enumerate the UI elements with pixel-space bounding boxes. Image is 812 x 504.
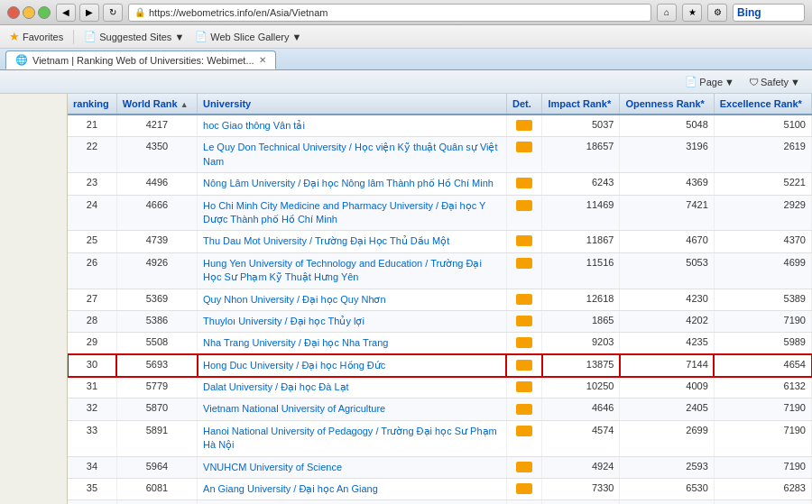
- star-icon: ★: [9, 30, 20, 43]
- excellence-cell: 4654: [714, 354, 811, 376]
- det-icon[interactable]: [516, 120, 532, 131]
- table-row: 32 5870 Vietnam National University of A…: [68, 399, 812, 420]
- suggested-sites-arrow: ▼: [174, 32, 184, 42]
- world-rank-cell: 5964: [116, 456, 197, 478]
- university-name-link[interactable]: Thuyloı University / Đại học Thủy lợi: [203, 316, 364, 326]
- university-cell: Ho Chi Minh City Medicine and Pharmacy U…: [198, 195, 507, 231]
- content-area[interactable]: ranking World Rank University Det. Impac…: [68, 94, 812, 504]
- openness-cell: 4009: [620, 377, 714, 399]
- university-name-link[interactable]: Thu Dau Mot University / Trường Đại Học …: [203, 235, 449, 246]
- university-name-link[interactable]: Dalat University / Đại học Đà Lạt: [203, 381, 349, 392]
- impact-cell: 18657: [542, 137, 620, 173]
- university-name-link[interactable]: Ho Chi Minh City Medicine and Pharmacy U…: [203, 200, 485, 225]
- star-button[interactable]: ★: [682, 4, 702, 22]
- search-box[interactable]: Bing: [733, 4, 805, 22]
- world-rank-link[interactable]: World Rank: [123, 98, 178, 109]
- excellence-link[interactable]: Excellence Rank*: [720, 98, 802, 109]
- rank-cell: 30: [68, 354, 116, 376]
- page-toolbar: 📄 Page ▼ 🛡 Safety ▼: [0, 70, 812, 94]
- det-cell: [506, 195, 541, 231]
- excellence-cell: 6132: [714, 377, 811, 399]
- safety-button[interactable]: 🛡 Safety ▼: [744, 75, 805, 89]
- det-icon[interactable]: [516, 316, 532, 326]
- world-rank-cell: 6219: [116, 500, 197, 504]
- table-row: 35 6081 An Giang University / Đại học An…: [68, 479, 812, 500]
- maximize-button[interactable]: [38, 6, 51, 19]
- tab-close-icon[interactable]: ✕: [259, 55, 266, 65]
- university-name-link[interactable]: Hanoi National University of Pedagogy / …: [203, 426, 497, 450]
- det-icon[interactable]: [516, 200, 532, 211]
- web-slice-label: Web Slice Gallery: [210, 32, 289, 42]
- table-row: 25 4739 Thu Dau Mot University / Trường …: [68, 231, 812, 252]
- world-rank-cell: 5693: [116, 354, 197, 376]
- impact-cell: 11867: [542, 231, 620, 252]
- openness-cell: 5053: [620, 252, 714, 289]
- page-menu-button[interactable]: 📄 Page ▼: [680, 74, 739, 89]
- back-button[interactable]: ◀: [56, 4, 76, 22]
- home-button[interactable]: ⌂: [657, 4, 677, 22]
- det-icon[interactable]: [516, 142, 532, 152]
- det-icon[interactable]: [516, 404, 532, 415]
- forward-button[interactable]: ▶: [79, 4, 99, 22]
- university-cell: Vietnam National University of Agricultu…: [198, 399, 507, 420]
- university-name-link[interactable]: Vietnam National University of Agricultu…: [203, 403, 385, 414]
- ranking-header[interactable]: ranking: [68, 94, 116, 115]
- excellence-cell: 7190: [714, 310, 811, 332]
- openness-header[interactable]: Openness Rank*: [620, 94, 714, 115]
- impact-link[interactable]: Impact Rank*: [548, 98, 611, 109]
- impact-cell: 5037: [542, 115, 620, 137]
- det-icon[interactable]: [516, 462, 532, 472]
- world-rank-cell: 5369: [116, 289, 197, 310]
- favorites-button[interactable]: ★ Favorites: [5, 28, 67, 45]
- det-icon[interactable]: [516, 294, 532, 305]
- excellence-cell: 5389: [714, 289, 811, 310]
- university-name-link[interactable]: hoc Giao thông Vân tải: [203, 120, 305, 131]
- university-name-link[interactable]: Hung Yen University of Technology and Ed…: [203, 258, 482, 282]
- det-header[interactable]: Det.: [506, 94, 541, 115]
- address-bar[interactable]: 🔒 https://webometrics.info/en/Asia/Vietn…: [128, 4, 651, 22]
- world-rank-cell: 5891: [116, 420, 197, 456]
- impact-cell: 4574: [542, 420, 620, 456]
- openness-link[interactable]: Openness Rank*: [625, 98, 704, 109]
- university-name-link[interactable]: Hong Duc University / Đại học Hồng Đức: [203, 360, 385, 371]
- tools-button[interactable]: ⚙: [707, 4, 727, 22]
- impact-header[interactable]: Impact Rank*: [542, 94, 620, 115]
- rank-cell: 23: [68, 173, 116, 195]
- university-name-link[interactable]: VNUHCM University of Science: [203, 462, 342, 472]
- university-cell: Nha Trang University / Đại học Nha Trang: [198, 333, 507, 354]
- det-icon[interactable]: [516, 381, 532, 392]
- excellence-header[interactable]: Excellence Rank*: [714, 94, 811, 115]
- det-icon[interactable]: [516, 235, 532, 246]
- det-icon[interactable]: [516, 360, 532, 371]
- active-tab[interactable]: 🌐 Vietnam | Ranking Web of Universities:…: [5, 50, 276, 69]
- university-name-link[interactable]: Nha Trang University / Đại học Nha Trang: [203, 337, 388, 348]
- table-row: 27 5369 Quy Nhon University / Đại học Qu…: [68, 289, 812, 310]
- det-icon[interactable]: [516, 178, 532, 188]
- favorites-label: Favorites: [23, 32, 63, 42]
- det-cell: [506, 333, 541, 354]
- rankings-table: ranking World Rank University Det. Impac…: [68, 94, 812, 504]
- minimize-button[interactable]: [23, 6, 35, 19]
- openness-cell: 4369: [620, 173, 714, 195]
- det-icon[interactable]: [516, 483, 532, 494]
- rank-cell: 25: [68, 231, 116, 252]
- university-name-link[interactable]: Quy Nhon University / Đại học Quy Nhơn: [203, 294, 386, 305]
- world-rank-header[interactable]: World Rank: [116, 94, 197, 115]
- excellence-cell: 4370: [714, 231, 811, 252]
- web-slice-gallery-button[interactable]: 📄 Web Slice Gallery ▼: [191, 29, 305, 44]
- university-header[interactable]: University: [198, 94, 507, 115]
- world-rank-cell: 5508: [116, 333, 197, 354]
- det-icon[interactable]: [516, 258, 532, 269]
- impact-cell: 12618: [542, 289, 620, 310]
- university-name-link[interactable]: Nông Lâm University / Đại học Nông lâm T…: [203, 178, 494, 188]
- det-icon[interactable]: [516, 337, 532, 348]
- university-name-link[interactable]: An Giang University / Đại học An Giang: [203, 483, 378, 494]
- rank-cell: 35: [68, 479, 116, 500]
- det-icon[interactable]: [516, 426, 532, 436]
- rank-cell: 21: [68, 115, 116, 137]
- refresh-button[interactable]: ↻: [103, 4, 123, 22]
- university-name-link[interactable]: Le Quy Don Technical University / Học vi…: [203, 142, 498, 166]
- university-link[interactable]: University: [203, 98, 251, 109]
- suggested-sites-button[interactable]: 📄 Suggested Sites ▼: [80, 29, 188, 44]
- close-button[interactable]: [7, 6, 20, 19]
